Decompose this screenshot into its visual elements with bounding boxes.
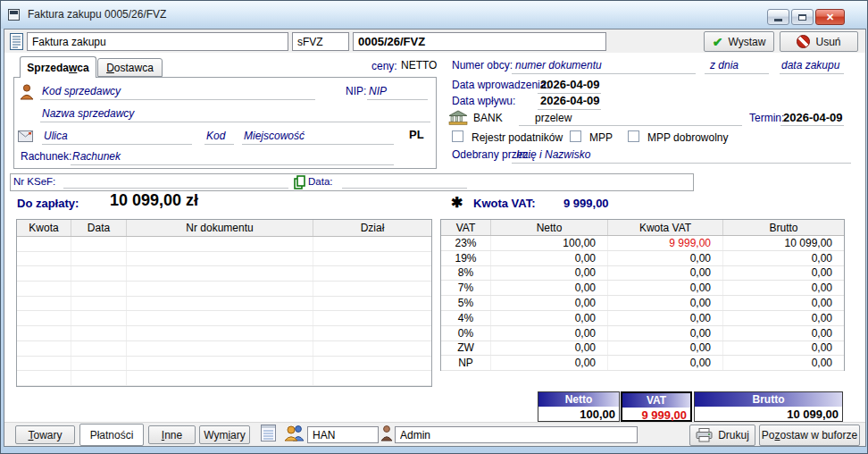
payments-empty-row[interactable]: [17, 252, 431, 267]
vat-header-vat[interactable]: VAT: [441, 220, 491, 235]
termin-value[interactable]: 2026-04-09: [783, 111, 843, 124]
payments-empty-cell: [313, 252, 431, 266]
invoice-number-input[interactable]: [353, 32, 606, 51]
payments-empty-row[interactable]: [17, 371, 431, 386]
asterisk-icon: ✱: [451, 194, 463, 211]
ksef-nr-underline[interactable]: [63, 188, 288, 189]
payments-empty-cell: [71, 252, 127, 266]
rachunek-field[interactable]: Rachunek: [72, 150, 121, 163]
vat-rate-cell: 23%: [441, 236, 491, 250]
country-code[interactable]: PL: [409, 128, 424, 141]
drukuj-label: Drukuj: [718, 429, 749, 441]
payments-empty-row[interactable]: [17, 357, 431, 372]
tab-wymiary[interactable]: Wymiary: [199, 425, 250, 444]
window-title: Faktura zakupu 0005/26/FVZ: [28, 8, 166, 21]
pozostaw-button[interactable]: Pozostaw w buforze: [759, 425, 860, 446]
odebrany-field[interactable]: Imię i Nazwisko: [516, 148, 590, 161]
document-type-input[interactable]: [27, 32, 288, 51]
mpp-checkbox-label[interactable]: MPP: [589, 131, 613, 144]
vat-row[interactable]: 4%0,000,000,00: [441, 311, 844, 326]
drukuj-button[interactable]: Drukuj: [689, 425, 755, 446]
payment-method-value[interactable]: przelew: [535, 112, 572, 124]
data-wplywu-value[interactable]: 2026-04-09: [540, 94, 600, 107]
tab-inne[interactable]: Inne: [148, 425, 196, 444]
users-icon: [283, 424, 305, 441]
payments-empty-cell: [313, 282, 431, 296]
payments-empty-row[interactable]: [17, 282, 431, 297]
vat-table-body[interactable]: 23%100,009 999,0010 099,0019%0,000,000,0…: [441, 236, 844, 371]
payments-empty-cell: [17, 282, 71, 296]
ksef-data-underline[interactable]: [342, 188, 467, 189]
ksef-copy-icon[interactable]: [294, 175, 305, 189]
payments-empty-cell: [17, 237, 71, 251]
vat-row[interactable]: 19%0,000,000,00: [441, 251, 844, 266]
city-field[interactable]: Miejscowość: [244, 130, 305, 142]
seller-code-field[interactable]: Kod sprzedawcy: [42, 85, 121, 97]
vat-header-netto[interactable]: Netto: [491, 220, 608, 235]
vat-row[interactable]: 23%100,009 999,0010 099,00: [441, 236, 844, 251]
data-zakupu-field[interactable]: data zakupu: [781, 59, 839, 71]
tab-towary[interactable]: Towary: [15, 425, 75, 444]
nip-field[interactable]: NIP: [369, 85, 387, 97]
maximize-icon: [798, 14, 806, 21]
vat-rate-cell: NP: [441, 356, 491, 370]
vat-rate-cell: 8%: [441, 266, 491, 281]
payments-empty-row[interactable]: [17, 311, 431, 326]
payments-empty-cell: [71, 266, 127, 281]
payments-empty-cell: [127, 357, 313, 371]
vat-row[interactable]: NP0,000,000,00: [441, 356, 844, 371]
vat-row[interactable]: 0%0,000,000,00: [441, 326, 844, 341]
usun-label: Usuń: [815, 36, 840, 48]
vat-row[interactable]: 5%0,000,000,00: [441, 296, 844, 311]
payments-empty-row[interactable]: [17, 237, 431, 252]
user-input[interactable]: [395, 426, 638, 443]
wystaw-button[interactable]: ✔ Wystaw: [704, 31, 774, 52]
mpp-dobrowolny-checkbox[interactable]: [628, 130, 639, 142]
rejestr-checkbox[interactable]: [452, 130, 463, 142]
payments-table-body[interactable]: [17, 237, 431, 386]
nip-label: NIP:: [346, 85, 366, 97]
notes-icon[interactable]: [261, 425, 276, 441]
street-field[interactable]: Ulica: [44, 130, 68, 142]
payments-header-nr-dokumentu[interactable]: Nr dokumentu: [127, 220, 313, 236]
symbol-input[interactable]: [292, 32, 349, 51]
usun-button[interactable]: Usuń: [780, 31, 858, 52]
vat-header-brutto[interactable]: Brutto: [723, 220, 844, 235]
payments-empty-row[interactable]: [17, 297, 431, 312]
data-wplywu-underline: [538, 109, 601, 110]
vat-row[interactable]: ZW0,000,000,00: [441, 341, 844, 357]
vat-kwota-cell: 0,00: [608, 341, 723, 356]
tab-platnosci[interactable]: Płatności: [79, 424, 144, 446]
payments-empty-row[interactable]: [17, 341, 431, 357]
payments-header-data[interactable]: Data: [71, 220, 127, 236]
payments-empty-row[interactable]: [17, 326, 431, 341]
tab-dostawca[interactable]: Dostawca: [97, 58, 163, 77]
close-button[interactable]: ✕: [815, 9, 845, 25]
rejestr-checkbox-label[interactable]: Rejestr podatników: [472, 131, 563, 144]
ceny-value[interactable]: NETTO: [401, 59, 437, 71]
seller-name-field[interactable]: Nazwa sprzedawcy: [42, 107, 134, 120]
payments-empty-row[interactable]: [17, 266, 431, 282]
tab-sprzedawca[interactable]: Sprzedawca: [20, 56, 96, 78]
payment-form-value[interactable]: BANK: [473, 112, 503, 124]
vat-table[interactable]: VAT Netto Kwota VAT Brutto 23%100,009 99…: [440, 219, 845, 371]
mpp-dobrowolny-checkbox-label[interactable]: MPP dobrowolny: [647, 131, 729, 144]
vat-brutto-cell: 0,00: [723, 326, 844, 340]
minimize-button[interactable]: [767, 9, 789, 25]
data-wprowadzenia-value[interactable]: 2026-04-09: [540, 78, 600, 91]
postal-code-field[interactable]: Kod: [206, 130, 225, 142]
maximize-button[interactable]: [791, 9, 814, 25]
titlebar[interactable]: Faktura zakupu 0005/26/FVZ ✕: [1, 1, 867, 29]
z-dnia-field[interactable]: z dnia: [710, 59, 739, 71]
vat-row[interactable]: 8%0,000,000,00: [441, 266, 844, 282]
vat-header-kwota-vat[interactable]: Kwota VAT: [608, 220, 723, 235]
payments-header-dzial[interactable]: Dział: [313, 220, 431, 236]
payments-header-kwota[interactable]: Kwota: [17, 220, 71, 236]
numer-obcy-field[interactable]: numer dokumentu: [515, 59, 602, 71]
mpp-checkbox[interactable]: [570, 130, 581, 142]
vat-netto-cell: 0,00: [491, 311, 608, 325]
vat-row[interactable]: 7%0,000,000,00: [441, 281, 844, 296]
han-input[interactable]: [307, 426, 379, 443]
vat-kwota-cell: 0,00: [608, 266, 723, 281]
payments-table[interactable]: Kwota Data Nr dokumentu Dział: [16, 219, 432, 387]
